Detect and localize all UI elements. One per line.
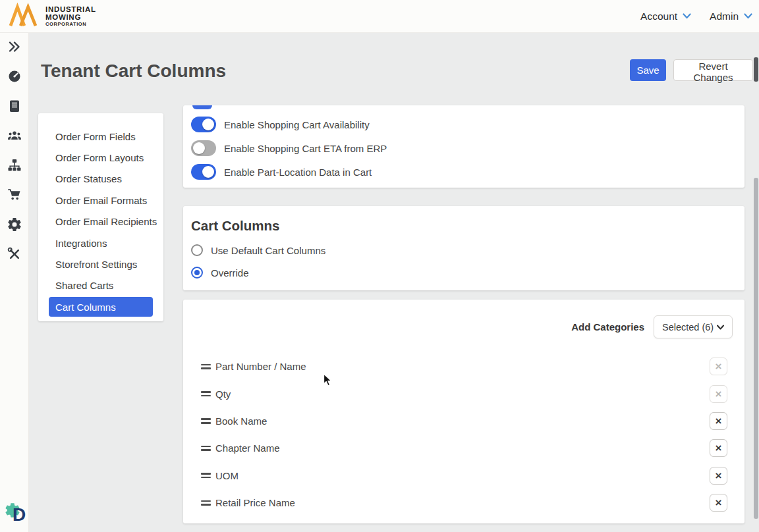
column-row-book-name: Book Name× <box>201 408 727 435</box>
admin-menu-label: Admin <box>710 11 739 22</box>
toggle-row: Enable Shopping Cart ETA from ERP <box>183 136 745 160</box>
drag-handle-icon[interactable] <box>201 364 211 369</box>
radio-row: Override <box>191 266 737 279</box>
column-row-left: Qty <box>201 388 710 400</box>
radio-label: Use Default Cart Columns <box>211 245 325 256</box>
documoto-d-letter: D <box>13 504 26 525</box>
cart-toggles-card: Enable Shopping Cart AvailabilityEnable … <box>183 105 745 188</box>
dropdown-value: Selected (6) <box>662 322 714 332</box>
column-row-part-number-name: Part Number / Name× <box>201 353 727 380</box>
sidebar-item-integrations[interactable]: Integrations <box>38 232 163 253</box>
toggle-label: Enable Shopping Cart Availability <box>224 119 370 130</box>
toggle-knob <box>202 119 214 130</box>
column-label: Chapter Name <box>215 442 280 454</box>
toggle-row: Enable Shopping Cart Availability <box>183 113 745 136</box>
drag-handle-icon[interactable] <box>201 391 211 396</box>
column-label: Qty <box>215 388 231 400</box>
column-label: Part Number / Name <box>215 361 306 372</box>
logo-line-3: CORPORATION <box>45 22 96 27</box>
column-row-chapter-name: Chapter Name× <box>201 435 727 462</box>
column-row-left: UOM <box>201 470 710 481</box>
columns-list-card: Add Categories Selected (6) Part Number … <box>183 300 745 523</box>
column-row-retail-price-name: Retail Price Name× <box>201 489 727 516</box>
toggle-enable-shopping-cart-eta-from-erp[interactable] <box>191 140 216 156</box>
sidebar-item-shared-carts[interactable]: Shared Carts <box>38 275 163 296</box>
dashboard-gauge-icon[interactable] <box>7 68 22 84</box>
radio-label: Override <box>211 267 249 279</box>
settings-nav: Order Form FieldsOrder Form LayoutsOrder… <box>38 113 163 321</box>
radio-override[interactable] <box>191 267 203 279</box>
column-row-uom: UOM× <box>201 462 727 489</box>
section-title: Cart Columns <box>191 218 737 234</box>
revert-changes-button[interactable]: Revert Changes <box>673 59 753 81</box>
column-label: Book Name <box>215 415 267 427</box>
documoto-badge: D <box>4 502 33 531</box>
company-logo-text: INDUSTRIAL MOWING CORPORATION <box>45 5 96 27</box>
chevron-down-icon <box>683 13 691 19</box>
toggle-knob <box>202 166 214 178</box>
toggle-enable-part-location-data-in-cart[interactable] <box>191 164 216 180</box>
shopping-cart-icon[interactable] <box>7 187 22 203</box>
column-row-left: Retail Price Name <box>201 497 710 508</box>
save-button[interactable]: Save <box>630 59 666 81</box>
drag-handle-icon[interactable] <box>201 500 211 506</box>
chevron-down-icon <box>717 325 724 330</box>
sidebar-item-storefront-settings[interactable]: Storefront Settings <box>38 253 163 275</box>
account-menu[interactable]: Account <box>640 11 691 22</box>
users-icon[interactable] <box>7 128 22 144</box>
cart-columns-card: Cart Columns Use Default Cart ColumnsOve… <box>183 206 745 290</box>
sidebar-item-order-form-fields[interactable]: Order Form Fields <box>38 126 163 147</box>
radio-row: Use Default Cart Columns <box>191 244 737 257</box>
sidebar-item-cart-columns[interactable]: Cart Columns <box>49 297 153 317</box>
selected-categories-dropdown[interactable]: Selected (6) <box>654 315 733 338</box>
remove-column-button[interactable]: × <box>710 467 727 485</box>
cutoff-toggle[interactable] <box>192 105 212 109</box>
column-label: Retail Price Name <box>215 497 295 508</box>
drag-handle-icon[interactable] <box>201 446 211 451</box>
drag-handle-icon[interactable] <box>201 473 211 478</box>
logo-line-2: MOWING <box>45 13 96 21</box>
column-row-left: Part Number / Name <box>201 361 710 372</box>
company-logo-mark-icon <box>7 3 40 30</box>
double-chevron-right-icon[interactable] <box>7 39 22 55</box>
top-menus: Account Admin <box>640 11 759 22</box>
remove-column-button: × <box>710 358 727 375</box>
column-label: UOM <box>215 470 239 481</box>
toggle-knob <box>193 142 205 154</box>
chevron-down-icon <box>744 13 752 19</box>
admin-tools-icon[interactable] <box>7 246 22 262</box>
book-icon[interactable] <box>7 98 22 114</box>
add-categories-label: Add Categories <box>571 321 644 332</box>
radio-dot <box>194 270 200 275</box>
toggle-enable-shopping-cart-availability[interactable] <box>191 117 216 132</box>
sidebar-item-order-statuses[interactable]: Order Statuses <box>38 169 163 190</box>
remove-column-button[interactable]: × <box>710 494 727 512</box>
column-row-qty: Qty× <box>201 380 727 407</box>
column-row-left: Book Name <box>201 415 710 427</box>
toggle-row: Enable Part-Location Data in Cart <box>183 160 745 184</box>
logo-line-1: INDUSTRIAL <box>45 5 96 13</box>
gear-icon[interactable] <box>7 217 22 232</box>
column-row-left: Chapter Name <box>201 442 710 454</box>
add-categories-bar: Add Categories Selected (6) <box>571 315 733 338</box>
remove-column-button: × <box>710 385 727 403</box>
hierarchy-icon[interactable] <box>7 157 22 173</box>
account-menu-label: Account <box>640 11 677 22</box>
toggle-label: Enable Part-Location Data in Cart <box>224 167 372 178</box>
icon-sidebar <box>0 33 29 532</box>
remove-column-button[interactable]: × <box>710 412 727 430</box>
sidebar-item-order-form-layouts[interactable]: Order Form Layouts <box>38 147 163 168</box>
page-scrollbar-thumb[interactable] <box>754 57 758 82</box>
content-scrollbar-thumb[interactable] <box>754 178 758 519</box>
radio-use-default-cart-columns[interactable] <box>191 244 203 256</box>
page-title: Tenant Cart Columns <box>41 61 226 82</box>
company-logo: INDUSTRIAL MOWING CORPORATION <box>0 3 96 30</box>
admin-menu[interactable]: Admin <box>710 11 752 22</box>
sidebar-item-order-email-recipients[interactable]: Order Email Recipients <box>38 211 163 232</box>
sidebar-item-order-email-formats[interactable]: Order Email Formats <box>38 190 163 211</box>
top-bar: INDUSTRIAL MOWING CORPORATION Account Ad… <box>0 0 759 33</box>
toggle-label: Enable Shopping Cart ETA from ERP <box>224 143 387 154</box>
drag-handle-icon[interactable] <box>201 418 211 423</box>
remove-column-button[interactable]: × <box>710 439 727 457</box>
